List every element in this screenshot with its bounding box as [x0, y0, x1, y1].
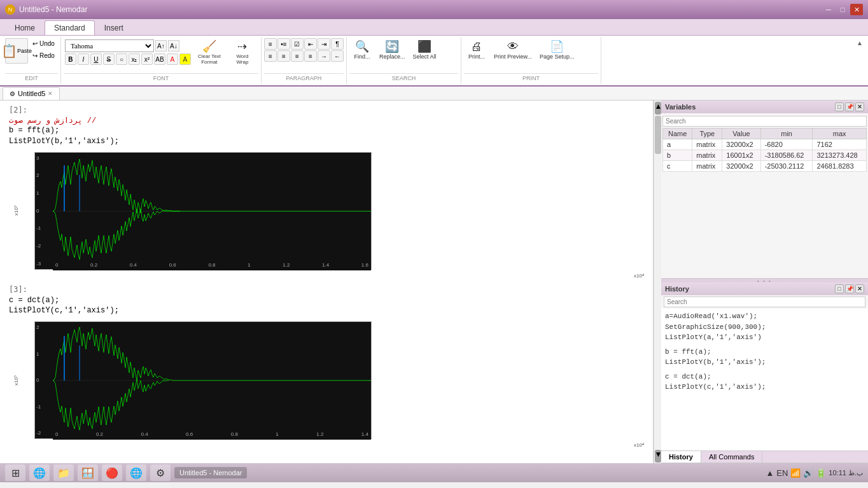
tab-standard[interactable]: Standard [45, 20, 95, 35]
history-line[interactable]: SetGraphicSize(900,300); [665, 322, 864, 333]
find-icon: 🔍 [355, 41, 369, 52]
restore-button[interactable]: □ [836, 4, 849, 15]
history-group: b = fft(a);ListPlotY(b,'1','axis'); [665, 347, 864, 368]
taskbar-app3[interactable]: ⚙ [150, 464, 171, 481]
taskbar-folder[interactable]: 📁 [53, 464, 74, 481]
variables-search[interactable] [662, 116, 867, 127]
history-line[interactable]: ListPlotY(c,'1','axis'); [665, 382, 864, 393]
taskbar-app2[interactable]: 🌐 [126, 464, 146, 481]
doc-tab-untitled5[interactable]: ⚙ Untitled5 ✕ [3, 87, 60, 100]
history-restore-button[interactable]: □ [835, 284, 844, 293]
ab-button[interactable]: AB [154, 53, 165, 65]
page-setup-button[interactable]: 📄 Page Setup... [536, 38, 578, 62]
replace-button[interactable]: 🔄 Replace... [376, 38, 409, 62]
superscript-button[interactable]: x² [141, 53, 153, 65]
var-cell-min: -6820 [760, 139, 813, 150]
bold-button[interactable]: B [65, 53, 76, 65]
scroll-track [654, 155, 661, 449]
vars-close-button[interactable]: ✕ [855, 102, 864, 111]
redo-button[interactable]: ↪ Redo [29, 50, 58, 61]
tray-sound[interactable]: 🔊 [803, 468, 813, 478]
table-row[interactable]: cmatrix32000x2-25030.211224681.8283 [663, 161, 867, 172]
para-row-2: ≡ ≡ ≡ ≡ → ← [264, 50, 344, 62]
font-grow-button[interactable]: A↑ [155, 40, 167, 52]
find-button[interactable]: 🔍 Find... [349, 38, 375, 62]
paste-button[interactable]: 📋 Paste [5, 38, 28, 64]
variables-header-buttons: □ 📌 ✕ [835, 102, 864, 111]
tab-all-commands[interactable]: All Commands [701, 451, 763, 463]
tray-arrow[interactable]: ▲ [766, 468, 774, 478]
tab-home[interactable]: Home [5, 20, 45, 35]
var-cell-min: -3180586.62 [760, 150, 813, 161]
undo-button[interactable]: ↩ Undo [29, 38, 58, 49]
subscript-button[interactable]: x₂ [129, 53, 140, 65]
indent-more-button[interactable]: ⇥ [318, 38, 330, 50]
align-justify-button[interactable]: ≡ [304, 50, 317, 62]
indent-less-button[interactable]: ⇤ [304, 38, 317, 50]
ltr-button[interactable]: → [318, 50, 330, 62]
checklist-button[interactable]: ☑ [291, 38, 304, 50]
minimize-button[interactable]: ─ [822, 4, 835, 15]
show-para-button[interactable]: ¶ [331, 38, 344, 50]
taskbar-win[interactable]: 🪟 [78, 464, 98, 481]
variables-panel: Variables □ 📌 ✕ Name Type Value min [661, 101, 868, 279]
var-cell-max: 7162 [813, 139, 867, 150]
underline-button[interactable]: U [90, 53, 102, 65]
tab-insert[interactable]: Insert [95, 20, 133, 35]
editor-content: [2]: // پردازش و رسم صوت b = fft(a); Lis… [0, 101, 653, 463]
select-all-button[interactable]: ⬛ Select All [409, 38, 439, 62]
plot-2-ylabel: x10⁵ [13, 375, 19, 386]
history-line[interactable]: ListPlotY(b,'1','axis'); [665, 357, 864, 368]
scroll-down-arrow[interactable]: ▼ [655, 450, 661, 463]
vars-pin-button[interactable]: 📌 [845, 102, 854, 111]
scroll-up-arrow[interactable]: ▲ [655, 102, 661, 115]
align-left-button[interactable]: ≡ [264, 50, 277, 62]
close-button[interactable]: ✕ [850, 4, 863, 15]
print-preview-button[interactable]: 👁 Print Preview... [491, 38, 535, 62]
doc-tab-close[interactable]: ✕ [48, 90, 53, 97]
font-group-label: FONT [64, 73, 258, 83]
strikethrough-button[interactable]: S [103, 53, 115, 65]
tray-network[interactable]: 📶 [790, 468, 801, 478]
start-button[interactable]: ⊞ [5, 464, 25, 481]
scroll-thumb[interactable] [655, 116, 661, 154]
ribbon-collapse-button[interactable]: ▲ [857, 39, 863, 46]
redo-icon: ↪ [32, 52, 38, 59]
print-button[interactable]: 🖨 Print... [464, 38, 489, 62]
italic-button[interactable]: I [78, 53, 89, 65]
history-line[interactable]: b = fft(a); [665, 347, 864, 358]
plot-2: 2 1 0 -1 -2 [34, 321, 372, 439]
para-row-1: ≡ •≡ ☑ ⇤ ⇥ ¶ [264, 38, 344, 50]
clear-format-button[interactable]: 🧹 Clear TextFormat [193, 38, 225, 67]
col-value: Value [722, 129, 760, 139]
history-close-button[interactable]: ✕ [855, 284, 864, 293]
word-wrap-button[interactable]: ⇢ WordWrap [227, 38, 258, 67]
circle-btn[interactable]: ○ [116, 53, 127, 65]
history-line[interactable]: a=AudioRead('x1.wav'); [665, 311, 864, 322]
font-shrink-button[interactable]: A↓ [168, 40, 179, 52]
history-line[interactable]: c = dct(a); [665, 372, 864, 382]
highlight-button[interactable]: A [179, 53, 191, 65]
tray-battery[interactable]: 🔋 [816, 468, 826, 478]
numbered-list-button[interactable]: ≡ [264, 38, 277, 50]
history-search[interactable] [664, 296, 865, 307]
taskbar-ie[interactable]: 🌐 [29, 464, 50, 481]
align-right-button[interactable]: ≡ [291, 50, 304, 62]
active-app-label[interactable]: Untitled5 - Nemodar [174, 467, 247, 478]
doc-tabs: ⚙ Untitled5 ✕ [0, 87, 868, 101]
taskbar-app1[interactable]: 🔴 [102, 464, 122, 481]
bullet-list-button[interactable]: •≡ [277, 38, 290, 50]
rtl-button[interactable]: ← [331, 50, 344, 62]
history-pin-button[interactable]: 📌 [845, 284, 854, 293]
editor-pane[interactable]: [2]: // پردازش و رسم صوت b = fft(a); Lis… [0, 101, 654, 463]
font-dropdown[interactable]: Tahoma [65, 39, 154, 52]
vars-restore-button[interactable]: □ [835, 102, 844, 111]
font-color-button[interactable]: A [167, 53, 178, 65]
history-line[interactable]: ListPlotY(a,'1','axis') [665, 332, 864, 343]
editor-scrollbar[interactable]: ▲ ▼ [654, 101, 661, 463]
var-cell-type: matrix [692, 150, 722, 161]
tab-history[interactable]: History [661, 451, 701, 463]
table-row[interactable]: amatrix32000x2-68207162 [663, 139, 867, 150]
table-row[interactable]: bmatrix16001x2-3180586.623213273.428 [663, 150, 867, 161]
align-center-button[interactable]: ≡ [277, 50, 290, 62]
